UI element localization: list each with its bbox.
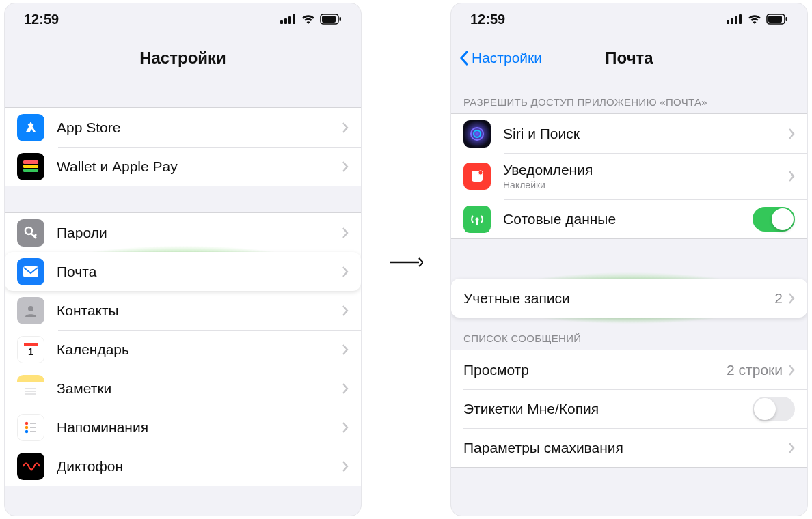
svg-point-12 (28, 306, 33, 311)
svg-point-20 (25, 430, 28, 432)
row-label: Параметры смахивания (463, 440, 788, 456)
chevron-right-icon (788, 128, 795, 140)
access-group: Siri и Поиск УведомленияНаклейки Сотовые… (451, 113, 807, 239)
row-label: Пароли (57, 225, 342, 241)
row-mail[interactable]: Почта (5, 252, 361, 291)
chevron-right-icon (342, 160, 349, 173)
battery-icon (320, 14, 342, 25)
row-notifications[interactable]: УведомленияНаклейки (451, 153, 807, 199)
chevron-right-icon (342, 343, 349, 356)
svg-rect-25 (727, 20, 729, 24)
status-time: 12:59 (470, 12, 505, 27)
row-notes[interactable]: Заметки (5, 369, 361, 408)
wallet-icon (17, 153, 44, 180)
row-wallet[interactable]: Wallet и Apple Pay (5, 147, 361, 186)
row-label: Диктофон (57, 458, 342, 475)
row-label: Этикетки Мне/Копия (463, 401, 753, 417)
nav-bar: Настройки Почта (451, 35, 807, 81)
cellular-toggle[interactable] (753, 207, 795, 232)
settings-screen: 12:59 Настройки App Store Wallet и Appl (4, 3, 362, 516)
row-preview[interactable]: Просмотр 2 строки (451, 350, 807, 389)
row-siri-search[interactable]: Siri и Поиск (451, 114, 807, 153)
highlighted-accounts-row: Учетные записи 2 (451, 279, 807, 318)
status-bar: 12:59 (5, 3, 361, 35)
mail-icon (17, 258, 44, 285)
back-button[interactable]: Настройки (459, 50, 542, 66)
svg-rect-7 (23, 160, 38, 164)
svg-rect-27 (735, 16, 737, 24)
svg-rect-2 (288, 16, 291, 24)
notifications-icon (463, 163, 491, 190)
svg-rect-9 (23, 169, 38, 172)
svg-point-19 (25, 425, 28, 428)
chevron-right-icon (342, 421, 349, 434)
status-icons (280, 14, 342, 25)
nav-bar: Настройки (5, 35, 361, 81)
chevron-right-icon (342, 305, 349, 317)
calendar-icon: 1 (17, 336, 44, 363)
row-passwords[interactable]: Пароли (5, 213, 361, 252)
row-to-cc-labels[interactable]: Этикетки Мне/Копия (451, 389, 807, 428)
row-cellular-data[interactable]: Сотовые данные (451, 199, 807, 238)
svg-point-33 (474, 130, 481, 137)
svg-point-32 (471, 128, 483, 140)
status-time: 12:59 (24, 12, 59, 27)
svg-rect-31 (786, 17, 788, 21)
accounts-count: 2 (774, 290, 783, 307)
settings-group-apps: Пароли Почта Контакты (5, 212, 361, 486)
chevron-right-icon (342, 460, 349, 473)
appstore-icon (17, 114, 44, 141)
row-label: Учетные записи (463, 290, 774, 307)
chevron-right-icon (342, 227, 349, 239)
row-accounts[interactable]: Учетные записи 2 (451, 279, 807, 318)
row-label: Просмотр (463, 362, 727, 378)
row-calendar[interactable]: 1 Календарь (5, 330, 361, 369)
svg-rect-11 (23, 266, 38, 277)
row-label: Напоминания (57, 419, 342, 436)
row-app-store[interactable]: App Store (5, 108, 361, 147)
row-contacts[interactable]: Контакты (5, 291, 361, 330)
key-icon (17, 219, 44, 247)
row-label: Почта (57, 264, 342, 280)
to-cc-toggle[interactable] (753, 397, 795, 421)
row-label: Контакты (57, 303, 342, 319)
wifi-icon (301, 14, 316, 25)
svg-rect-8 (23, 165, 38, 168)
settings-group-store: App Store Wallet и Apple Pay (5, 107, 361, 186)
svg-rect-6 (340, 17, 342, 21)
chevron-right-icon (342, 266, 349, 278)
section-header-messages: СПИСОК СООБЩЕНИЙ (451, 318, 807, 350)
signal-icon (727, 14, 743, 24)
siri-icon (463, 120, 491, 148)
svg-rect-5 (322, 16, 336, 23)
nav-title: Почта (605, 48, 653, 68)
svg-rect-30 (768, 16, 782, 23)
row-label: УведомленияНаклейки (503, 162, 788, 191)
row-label: Wallet и Apple Pay (57, 158, 342, 175)
chevron-right-icon (342, 122, 349, 134)
row-label: Календарь (57, 341, 342, 358)
contacts-icon (17, 297, 44, 324)
wifi-icon (747, 14, 762, 25)
cellular-icon (463, 206, 491, 233)
status-icons (727, 14, 788, 25)
svg-rect-0 (280, 20, 283, 24)
flow-arrow-icon (389, 255, 423, 269)
row-reminders[interactable]: Напоминания (5, 408, 361, 447)
row-sublabel: Наклейки (503, 180, 788, 191)
svg-rect-26 (731, 18, 733, 24)
row-label: Siri и Поиск (503, 126, 788, 142)
row-label: App Store (57, 120, 342, 136)
back-label: Настройки (472, 50, 542, 66)
svg-point-18 (25, 421, 28, 424)
preview-value: 2 строки (727, 362, 783, 378)
section-header-access: РАЗРЕШИТЬ ДОСТУП ПРИЛОЖЕНИЮ «ПОЧТА» (451, 81, 807, 113)
chevron-right-icon (788, 364, 795, 376)
row-swipe-options[interactable]: Параметры смахивания (451, 428, 807, 467)
chevron-right-icon (788, 442, 795, 454)
nav-title: Настройки (139, 48, 226, 68)
row-voice-memos[interactable]: Диктофон (5, 447, 361, 486)
mail-settings-screen: 12:59 Настройки Почта РАЗРЕШИТЬ ДОСТУП П… (450, 3, 808, 516)
svg-point-35 (478, 171, 483, 175)
reminders-icon (17, 414, 44, 441)
